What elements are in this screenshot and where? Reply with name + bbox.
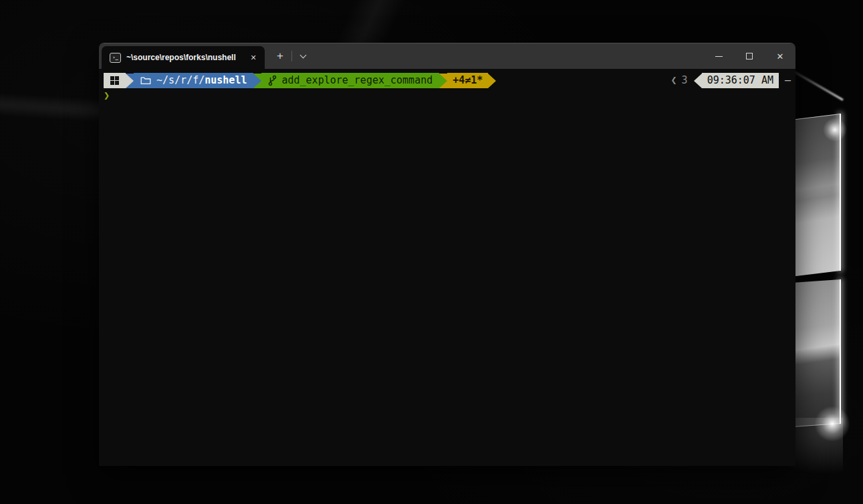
- folder-icon: [140, 76, 151, 85]
- windows-logo-icon: [110, 76, 119, 85]
- right-chevron-icon: ❮: [671, 73, 677, 88]
- right-prompt: ❮ 3 09:36:07 AM –: [671, 73, 791, 88]
- chevron-down-icon: [299, 51, 306, 58]
- powerline-separator: [439, 74, 447, 88]
- terminal-viewport[interactable]: ~/s/r/f/nushell add_explore_regex_comman…: [99, 69, 795, 466]
- tab-nushell[interactable]: ›_ ~\source\repos\forks\nushell ✕: [102, 46, 265, 69]
- clock-segment: 09:36:07 AM: [702, 73, 779, 88]
- tab-title: ~\source\repos\forks\nushell: [126, 53, 242, 62]
- git-branch-icon: [268, 75, 277, 86]
- windows-logo-pane-top: [792, 114, 840, 277]
- powerline-separator: [488, 74, 496, 88]
- terminal-app-icon: ›_: [110, 53, 121, 63]
- titlebar-drag-region[interactable]: [314, 43, 703, 69]
- tab-close-icon[interactable]: ✕: [247, 51, 259, 64]
- minimize-icon: [715, 56, 723, 57]
- maximize-button[interactable]: [734, 43, 765, 69]
- terminal-window: ›_ ~\source\repos\forks\nushell ✕ + ✕: [99, 43, 795, 466]
- powerline-separator: [126, 74, 134, 88]
- session-count: 3: [682, 73, 688, 88]
- windows-logo-pane-bottom: [792, 279, 840, 427]
- new-tab-button[interactable]: +: [269, 43, 291, 69]
- maximize-icon: [746, 53, 753, 59]
- git-status-segment: +4≠1*: [447, 73, 488, 88]
- branch-name: add_explore_regex_command: [281, 73, 433, 88]
- git-branch-segment: add_explore_regex_command: [261, 73, 439, 88]
- prompt-symbol: ❯: [104, 88, 110, 104]
- powerline-separator-left: [694, 74, 702, 88]
- input-line: ❯: [104, 88, 791, 104]
- tab-dropdown-button[interactable]: [292, 43, 314, 69]
- powerline-separator: [253, 74, 261, 88]
- titlebar: ›_ ~\source\repos\forks\nushell ✕ + ✕: [99, 43, 795, 69]
- prompt-line: ~/s/r/f/nushell add_explore_regex_comman…: [104, 73, 791, 88]
- path-text: ~/s/r/f/nushell: [156, 73, 247, 88]
- os-segment: [104, 73, 126, 88]
- close-button[interactable]: ✕: [765, 43, 795, 69]
- window-controls: ✕: [703, 43, 795, 69]
- path-segment: ~/s/r/f/nushell: [134, 73, 253, 88]
- terminal-cursor: –: [785, 73, 791, 88]
- minimize-button[interactable]: [703, 43, 734, 69]
